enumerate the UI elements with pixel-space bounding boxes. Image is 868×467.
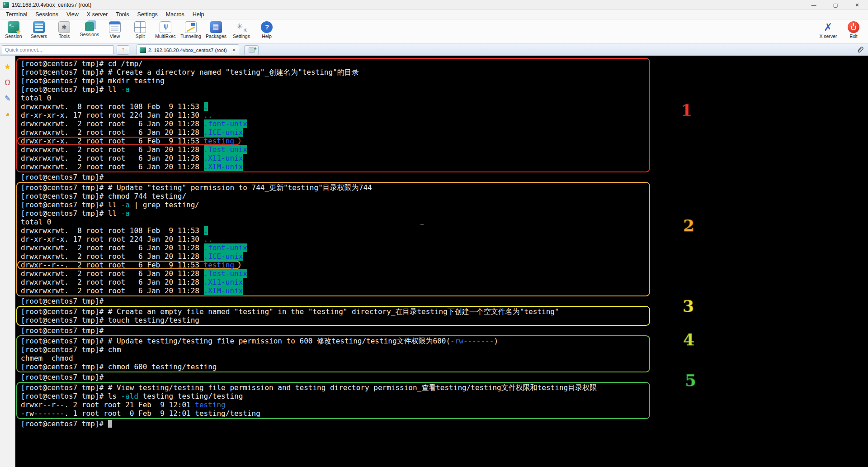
terminal-line: drwxr--r--. 2 root root 6 Feb 9 11:53 te… bbox=[21, 261, 646, 269]
menu-item-tools[interactable]: Tools bbox=[112, 10, 133, 19]
up-button[interactable]: ↑ bbox=[117, 45, 129, 55]
terminal-line: drwxr--r--. 2 root root 21 Feb 9 12:01 t… bbox=[21, 400, 646, 409]
terminal-line: [root@centos7 tmp]# chm bbox=[21, 345, 646, 354]
session-icon bbox=[8, 21, 19, 33]
menu-item-x-server[interactable]: X server bbox=[83, 10, 112, 19]
clock-icon[interactable]: ◕ bbox=[5, 110, 9, 118]
annotated-block-4-chmod-600: [root@centos7 tmp]# # Update testing/tes… bbox=[16, 335, 650, 372]
terminal-content: [root@centos7 tmp]# cd /tmp/[root@centos… bbox=[15, 57, 650, 428]
terminal-cursor bbox=[108, 420, 112, 428]
paperclip-icon[interactable] bbox=[856, 46, 864, 54]
prompt-line: [root@centos7 tmp]# bbox=[21, 373, 650, 381]
toolbar-left: SessionServersToolsSessionsViewSplitMult… bbox=[1, 19, 279, 43]
window-title: 192.168.20.4vbox_centos7 (root) bbox=[12, 2, 91, 8]
toolbar-label: MultiExec bbox=[153, 33, 178, 39]
terminal-line: drwxrwxrwt. 2 root root 6 Jan 20 11:28 .… bbox=[21, 145, 646, 154]
terminal-line: [root@centos7 tmp]# bbox=[21, 419, 650, 428]
menu-item-macros[interactable]: Macros bbox=[162, 10, 189, 19]
window-controls: — ▢ ✕ bbox=[803, 0, 868, 10]
packages-icon bbox=[210, 21, 222, 33]
highlight-oval: drwxr-xr-x. 2 root root 6 Feb 9 11:53 te… bbox=[17, 137, 241, 145]
toolbar-label: X server bbox=[816, 33, 841, 39]
tab-session[interactable]: 2. 192.168.20.4vbox_centos7 (root) ✕ bbox=[137, 44, 239, 55]
split-button[interactable]: Split bbox=[127, 19, 153, 43]
view-button[interactable]: View bbox=[102, 19, 127, 43]
new-tab-button[interactable] bbox=[244, 45, 259, 55]
terminal-line: drwxrwxrwt. 2 root root 6 Jan 20 11:28 .… bbox=[21, 252, 646, 261]
exit-icon bbox=[848, 21, 859, 33]
menu-item-settings[interactable]: Settings bbox=[133, 10, 162, 19]
terminal-line: drwxrwxrwt. 2 root root 6 Jan 20 11:28 .… bbox=[21, 128, 646, 137]
servers-button[interactable]: Servers bbox=[26, 19, 52, 43]
annotated-block-2-chmod-744: [root@centos7 tmp]# # Update "testing" p… bbox=[16, 182, 650, 296]
packages-button[interactable]: Packages bbox=[203, 19, 229, 43]
terminal-line: chmem chmod bbox=[21, 354, 646, 362]
tab-label: 2. 192.168.20.4vbox_centos7 (root) bbox=[148, 48, 231, 53]
terminal-line: drwxrwxrwt. 2 root root 6 Jan 20 11:28 .… bbox=[21, 286, 646, 295]
close-button[interactable]: ✕ bbox=[846, 0, 868, 10]
tunneling-button[interactable]: Tunneling bbox=[178, 19, 203, 43]
edit-pen-icon[interactable]: ✎ bbox=[4, 95, 10, 102]
terminal-line: drwxrwxrwt. 2 root root 6 Jan 20 11:28 .… bbox=[21, 162, 646, 171]
exit-button[interactable]: Exit bbox=[841, 19, 866, 43]
multiexec-button[interactable]: MultiExec bbox=[153, 19, 178, 43]
toolbar-label: Help bbox=[254, 33, 279, 39]
toolbar-label: Tools bbox=[52, 33, 77, 39]
tab-close-icon[interactable]: ✕ bbox=[232, 48, 236, 52]
terminal-line: [root@centos7 tmp]# ll -a bbox=[21, 209, 646, 218]
terminal-line: [root@centos7 tmp]# ll -a | grep testing… bbox=[21, 200, 646, 209]
terminal-line: total 0 bbox=[21, 94, 646, 102]
terminal-line: drwxrwxrwt. 8 root root 108 Feb 9 11:53 … bbox=[21, 102, 646, 111]
terminal-line: [root@centos7 tmp]# touch testing/testin… bbox=[21, 316, 646, 324]
help-icon bbox=[261, 21, 273, 33]
xserver-button[interactable]: X server bbox=[816, 19, 841, 43]
prompt-line-current: [root@centos7 tmp]# bbox=[21, 419, 650, 428]
title-bar: 192.168.20.4vbox_centos7 (root) — ▢ ✕ bbox=[0, 0, 868, 10]
toolbar-label: Session bbox=[1, 33, 26, 39]
servers-icon bbox=[33, 21, 45, 33]
prompt-line: [root@centos7 tmp]# bbox=[21, 297, 650, 305]
settings-icon bbox=[236, 21, 247, 33]
multiexec-icon bbox=[160, 21, 171, 33]
toolbar-label: Servers bbox=[26, 33, 52, 39]
sidebar: ★Ω✎◕ bbox=[0, 56, 15, 467]
terminal-screen[interactable]: [root@centos7 tmp]# cd /tmp/[root@centos… bbox=[15, 56, 868, 467]
annotated-block-5-view-permissions: [root@centos7 tmp]# # View testing/testi… bbox=[16, 382, 650, 419]
terminal-line: [root@centos7 tmp]# # Update testing/tes… bbox=[21, 337, 646, 345]
menu-item-view[interactable]: View bbox=[62, 10, 83, 19]
terminal-line: [root@centos7 tmp]# chmod 744 testing/ bbox=[21, 192, 646, 200]
menu-item-sessions[interactable]: Sessions bbox=[31, 10, 62, 19]
settings-button[interactable]: Settings bbox=[229, 19, 254, 43]
terminal-line: [root@centos7 tmp]# ls -ald testing test… bbox=[21, 392, 646, 400]
tools-button[interactable]: Tools bbox=[52, 19, 77, 43]
session-button[interactable]: Session bbox=[1, 19, 26, 43]
help-button[interactable]: Help bbox=[254, 19, 279, 43]
menu-bar: TerminalSessionsViewX serverToolsSetting… bbox=[0, 10, 868, 19]
menu-item-terminal[interactable]: Terminal bbox=[2, 10, 31, 19]
maximize-button[interactable]: ▢ bbox=[825, 0, 846, 10]
terminal-line: [root@centos7 tmp]# # Create an empty fi… bbox=[21, 307, 646, 316]
menu-item-help[interactable]: Help bbox=[189, 10, 208, 19]
app-icon bbox=[3, 2, 9, 8]
split-icon bbox=[134, 21, 146, 33]
annotated-block-3-touch-file: [root@centos7 tmp]# # Create an empty fi… bbox=[16, 306, 650, 326]
terminal-line: drwxrwxrwt. 2 root root 6 Jan 20 11:28 .… bbox=[21, 243, 646, 252]
macros-icon[interactable]: Ω bbox=[5, 79, 10, 86]
toolbar-label: Settings bbox=[229, 33, 254, 39]
view-icon bbox=[109, 21, 121, 33]
terminal-line: total 0 bbox=[21, 218, 646, 226]
minimize-button[interactable]: — bbox=[803, 0, 825, 10]
terminal-line: -rw-------. 1 root root 0 Feb 9 12:01 te… bbox=[21, 409, 646, 418]
terminal-line: [root@centos7 tmp]# bbox=[21, 326, 650, 335]
toolbar-label: View bbox=[102, 33, 127, 39]
terminal-line: [root@centos7 tmp]# ll -a bbox=[21, 85, 646, 94]
quick-connect-input[interactable] bbox=[2, 45, 114, 54]
terminal-line: drwxrwxrwt. 8 root root 108 Feb 9 11:53 … bbox=[21, 226, 646, 235]
sessions-button[interactable]: Sessions bbox=[77, 19, 102, 43]
terminal-line: drwxrwxrwt. 2 root root 6 Jan 20 11:28 .… bbox=[21, 269, 646, 278]
terminal-line: drwxrwxrwt. 2 root root 6 Jan 20 11:28 .… bbox=[21, 119, 646, 128]
favorites-star-icon[interactable]: ★ bbox=[4, 63, 11, 71]
terminal-line: dr-xr-xr-x. 17 root root 224 Jan 20 11:3… bbox=[21, 111, 646, 119]
xserver-icon bbox=[822, 21, 834, 33]
terminal-line: [root@centos7 tmp]# bbox=[21, 173, 650, 181]
